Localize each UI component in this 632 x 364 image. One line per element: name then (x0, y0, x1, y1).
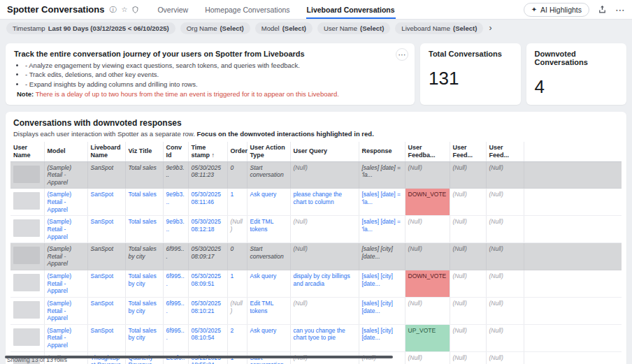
table-cell (10, 243, 44, 270)
table-cell[interactable]: Ask query (247, 324, 290, 351)
filter-chip-liveboard-name[interactable]: Liveboard Name(Select) (395, 22, 483, 34)
table-cell[interactable]: 05/30/2025 08:09:51 (188, 270, 227, 298)
table-cell[interactable]: (Sample) Retail - Apparel (44, 324, 87, 351)
filter-chip-org-name[interactable]: Org Name(Select) (180, 22, 250, 34)
table-cell-filler (524, 270, 622, 298)
table-row: (Sample) Retail - ApparelSanSpotTotal sa… (10, 270, 622, 298)
table-cell[interactable]: SanSpot (87, 297, 125, 324)
table-cell[interactable]: 9e9b3... (163, 189, 188, 216)
table-cell[interactable]: 6f995... (163, 297, 188, 324)
conversations-table: User NameModelLiveboard NameViz TitleCon… (10, 142, 622, 364)
table-cell: (Null) (405, 216, 450, 243)
redacted-user-name (13, 192, 40, 210)
table-cell[interactable]: [sales] [date] = 'la... (359, 189, 405, 216)
table-cell[interactable]: 2 (227, 324, 247, 351)
column-header-liveboard-name[interactable]: Liveboard Name (87, 142, 125, 161)
table-row: (Sample) Retail - ApparelSanSpotTotal sa… (10, 243, 622, 270)
column-header-user-query[interactable]: User Query (290, 142, 359, 161)
table-cell: DOWN_VOTE (405, 189, 450, 216)
table-cell[interactable]: SanSpot (87, 216, 125, 243)
shield-icon[interactable] (132, 6, 138, 13)
star-icon[interactable]: ☆ (121, 6, 127, 13)
table-cell[interactable]: Edit TML tokens (247, 297, 290, 324)
table-cell[interactable]: Total sales by city (125, 270, 163, 298)
table-cell[interactable]: [sales] [date] = 'la... (359, 216, 405, 243)
column-header-order[interactable]: Order (227, 142, 247, 161)
column-header-user-action-type[interactable]: User Action Type (247, 142, 290, 161)
kpi-title: Total Conversations (429, 50, 512, 58)
table-cell[interactable]: Edit TML tokens (247, 216, 290, 243)
table-cell[interactable]: 05/30/2025 08:11:46 (188, 189, 227, 216)
table-cell: DOWN_VOTE (405, 270, 450, 298)
tab-liveboard-conversations[interactable]: Liveboard Conversations (306, 0, 396, 19)
filter-chip-timestamp[interactable]: TimestampLast 90 Days (03/12/2025 < 06/1… (6, 22, 175, 34)
table-cell: 0 (227, 161, 247, 189)
column-header-time-stamp[interactable]: Time stamp ↑ (188, 142, 227, 161)
table-cell: (Null) (450, 189, 486, 216)
table-subtitle: Displays each user interaction with Spot… (6, 130, 626, 138)
filter-chip-value: (Select) (453, 24, 477, 32)
filter-chip-value: (Select) (220, 24, 243, 32)
table-cell[interactable]: Ask query (247, 189, 290, 216)
table-cell[interactable]: 6f995... (163, 324, 188, 351)
table-cell[interactable]: (Sample) Retail - Apparel (44, 216, 87, 243)
column-header-user-name[interactable]: User Name (10, 142, 44, 161)
kpi-card-total-conversations: Total Conversations 131 (420, 43, 521, 105)
tab-homepage-conversations[interactable]: Homepage Conversations (204, 0, 290, 19)
table-cell[interactable]: Ask query (247, 270, 290, 298)
table-cell[interactable]: can you change the chart tyoe to pie (290, 324, 359, 351)
table-cell[interactable]: Total sales (125, 189, 163, 216)
table-cell[interactable]: [sales] [city] [date... (359, 270, 405, 298)
redacted-user-name (13, 166, 40, 183)
table-cell[interactable]: (Sample) Retail - Apparel (44, 189, 87, 216)
table-cell[interactable]: SanSpot (87, 270, 125, 298)
table-cell[interactable]: 05/30/2025 08:10:54 (188, 324, 227, 351)
share-icon[interactable] (598, 5, 607, 14)
table-cell: (Null) (290, 161, 359, 189)
filter-chip-label: Timestamp (13, 24, 45, 32)
column-header-user-feed[interactable]: User Feed... (486, 142, 524, 161)
table-cell[interactable]: SanSpot (87, 324, 125, 351)
table-cell[interactable]: please change the chart to column (290, 189, 359, 216)
table-cell[interactable]: SanSpot (87, 189, 125, 216)
table-cell[interactable]: 9e9b3... (163, 216, 188, 243)
horizontal-scrollbar[interactable] (5, 356, 393, 358)
table-cell[interactable]: 6f995... (163, 270, 188, 298)
card-more-menu-icon[interactable]: ⋯ (396, 48, 408, 61)
table-cell: (Null) (450, 243, 486, 270)
table-cell[interactable]: 05/30/2025 08:10:21 (188, 297, 227, 324)
table-cell (10, 161, 44, 189)
table-cell[interactable]: (Sample) Retail - Apparel (44, 297, 87, 324)
table-cell[interactable]: [sales] [city] [date... (359, 324, 405, 351)
column-header-conv-id[interactable]: Conv Id (163, 142, 188, 161)
table-cell[interactable]: Total sales by city (125, 324, 163, 351)
kpi-value: 131 (429, 68, 512, 89)
table-cell-filler (524, 243, 622, 270)
more-menu-icon[interactable]: ⋯ (615, 5, 625, 15)
redacted-user-name (13, 301, 40, 319)
table-cell: (Null) (290, 297, 359, 324)
column-header-viz-title[interactable]: Viz Title (125, 142, 163, 161)
column-header-user-feedba[interactable]: User Feedba... (405, 142, 450, 161)
filter-chip-model[interactable]: Model(Select) (255, 22, 313, 34)
ai-highlights-button[interactable]: ✦ AI Highlights (524, 3, 589, 17)
table-subtitle-bold: Focus on the downvoted interactions high… (196, 130, 373, 138)
table-cell[interactable]: 1 (227, 270, 247, 298)
table-cell[interactable]: (Sample) Retail - Apparel (44, 270, 87, 298)
filter-scroll-right-icon[interactable]: › (489, 23, 491, 33)
sort-asc-icon: ↑ (210, 152, 215, 159)
table-cell[interactable]: 05/30/2025 08:12:18 (188, 216, 227, 243)
column-header-user-feed[interactable]: User Feed... (450, 142, 486, 161)
table-cell: (Null) (450, 216, 486, 243)
tab-overview[interactable]: Overview (157, 0, 189, 19)
column-header-response[interactable]: Response (359, 142, 405, 161)
table-cell[interactable]: 1 (227, 189, 247, 216)
table-cell: (Null) (290, 243, 359, 270)
column-header-model[interactable]: Model (44, 142, 87, 161)
info-icon[interactable]: ⓘ (109, 6, 116, 13)
filter-chip-user-name[interactable]: User Name(Select) (317, 22, 390, 34)
table-cell[interactable]: dispaly by city billings and arcadia (290, 270, 359, 298)
table-cell[interactable]: [sales] [city] [date... (359, 297, 405, 324)
table-cell[interactable]: Total sales (125, 216, 163, 243)
table-cell[interactable]: Total sales by city (125, 297, 163, 324)
